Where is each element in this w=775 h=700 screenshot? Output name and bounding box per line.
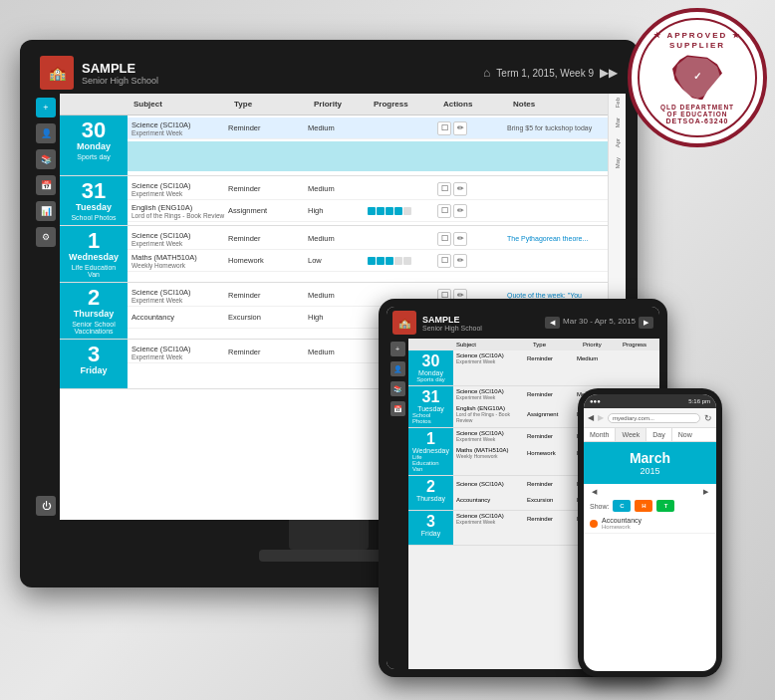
- action-check[interactable]: ☐: [437, 254, 451, 268]
- term-label: Term 1, 2015, Week 9: [496, 68, 594, 79]
- action-edit[interactable]: ✏: [453, 204, 467, 218]
- refresh-icon[interactable]: ↻: [704, 413, 712, 423]
- tablet-task-type: Assignment: [527, 411, 577, 417]
- tablet-col-type: Type: [530, 341, 580, 349]
- tablet-col-date: [408, 341, 453, 349]
- day-1-name: Wednesday: [69, 252, 119, 262]
- task-actions[interactable]: ☐ ✏: [437, 121, 507, 135]
- phone-cal-prev[interactable]: ◀: [592, 488, 597, 496]
- phone-tab-now[interactable]: Now: [672, 428, 698, 441]
- forward-icon[interactable]: ▶: [598, 413, 604, 422]
- task-actions[interactable]: ☐ ✏: [437, 182, 507, 196]
- stamp-line1: ★ APPROVED ★SUPPLIER: [653, 31, 740, 52]
- sidebar-icon-settings[interactable]: ⚙: [36, 227, 56, 247]
- tablet-sidebar: + 👤 📚 📅: [387, 339, 408, 669]
- phone-show-c[interactable]: C: [613, 500, 631, 512]
- tablet-nav-prev[interactable]: ◀: [545, 317, 560, 329]
- phone-show-h[interactable]: H: [635, 500, 652, 512]
- sidebar-icon-calendar[interactable]: 📅: [36, 175, 56, 195]
- day-cell-monday: 30 Monday Sports day: [60, 116, 128, 175]
- sidebar-icon-chart[interactable]: 📊: [36, 201, 56, 221]
- school-info: SAMPLE Senior High School: [82, 61, 475, 86]
- sidebar-icon-power[interactable]: ⏻: [36, 496, 56, 516]
- task-actions[interactable]: ☐ ✏: [437, 204, 507, 218]
- task-type: Reminder: [228, 123, 308, 132]
- phone-tab-day[interactable]: Day: [646, 428, 671, 441]
- tablet-task-priority: Medium: [577, 355, 617, 361]
- action-check[interactable]: ☐: [437, 121, 451, 135]
- phone-url[interactable]: myediary.com...: [608, 413, 700, 423]
- month-may[interactable]: May: [615, 157, 621, 168]
- phone: ●●● 5:16 pm ◀ ▶ myediary.com... ↻ Month …: [578, 388, 722, 677]
- day-30-number: 30: [82, 119, 106, 141]
- stamp-code: DETSOA-63240: [666, 117, 729, 124]
- tablet-day-cell-2: 2 Thursday: [408, 476, 453, 510]
- action-edit[interactable]: ✏: [453, 254, 467, 268]
- phone-task-sub: Homework: [602, 524, 642, 530]
- day-31-name: Tuesday: [76, 202, 112, 212]
- task-actions[interactable]: ☐ ✏: [437, 232, 507, 246]
- action-edit[interactable]: ✏: [453, 182, 467, 196]
- day-3-number: 3: [88, 344, 100, 365]
- tablet-task-type: Reminder: [527, 391, 577, 397]
- phone-browser-bar: ◀ ▶ myediary.com... ↻: [584, 408, 716, 428]
- phone-screen: ●●● 5:16 pm ◀ ▶ myediary.com... ↻ Month …: [584, 394, 716, 671]
- action-check[interactable]: ☐: [437, 232, 451, 246]
- left-sidebar: + 👤 📚 📅 📊 ⚙ ⏻: [32, 94, 60, 520]
- action-edit[interactable]: ✏: [453, 232, 467, 246]
- monitor-base: [259, 550, 398, 562]
- action-check[interactable]: ☐: [437, 204, 451, 218]
- phone-calendar-header: March 2015: [584, 442, 716, 484]
- tablet-icon-add[interactable]: +: [390, 342, 405, 356]
- month-mar[interactable]: Mar: [615, 117, 621, 127]
- col-subject: Subject: [128, 98, 228, 111]
- tablet-school-name: SAMPLE: [422, 315, 482, 325]
- month-apr[interactable]: Apr: [615, 138, 621, 147]
- action-edit[interactable]: ✏: [453, 121, 467, 135]
- task-row: English (ENG10A) Lord of the Rings - Boo…: [128, 200, 608, 222]
- sidebar-icon-add[interactable]: +: [36, 98, 56, 117]
- school-name: SAMPLE: [82, 61, 475, 76]
- task-actions[interactable]: ☐ ✏: [437, 254, 507, 268]
- task-type: Reminder: [228, 291, 308, 300]
- phone-tab-month[interactable]: Month: [584, 428, 616, 441]
- phone-year: 2015: [592, 466, 708, 476]
- tablet-col-priority: Priority: [580, 341, 620, 349]
- phone-cal-nav: ◀ ▶: [584, 484, 716, 498]
- monitor-stand: [289, 520, 369, 550]
- phone-tab-week[interactable]: Week: [616, 428, 646, 441]
- task-progress: [368, 257, 437, 265]
- phone-month: March: [592, 450, 708, 466]
- task-type: Reminder: [228, 234, 308, 243]
- phone-signal: ●●●: [590, 398, 601, 404]
- nav-forward-icon[interactable]: ▶▶: [600, 66, 618, 80]
- month-feb[interactable]: Feb: [615, 98, 621, 108]
- tablet-icon-book[interactable]: 📚: [390, 381, 405, 396]
- tablet-icon-calendar[interactable]: 📅: [390, 401, 405, 416]
- tablet-nav-next[interactable]: ▶: [639, 317, 653, 329]
- sidebar-icon-person[interactable]: 👤: [36, 123, 56, 143]
- tablet-task-row: Science (SCI10A)Experiment Week Reminder…: [453, 350, 659, 367]
- phone-show-label: Show:: [590, 503, 609, 510]
- sidebar-icon-book[interactable]: 📚: [36, 149, 56, 169]
- task-subject: Science (SCI10A) Experiment Week: [131, 231, 228, 247]
- task-type: Homework: [228, 256, 308, 265]
- day-3-name: Friday: [80, 365, 107, 375]
- day-1-tasks: Science (SCI10A) Experiment Week Reminde…: [128, 226, 608, 282]
- task-row: Science (SCI10A) Experiment Week Reminde…: [128, 117, 608, 139]
- phone-task-label: Accountancy: [602, 517, 642, 524]
- phone-time: 5:16 pm: [688, 398, 710, 404]
- phone-cal-next[interactable]: ▶: [703, 488, 708, 496]
- svg-text:✓: ✓: [693, 71, 701, 82]
- home-icon[interactable]: ⌂: [483, 66, 490, 80]
- tablet-col-subject: Subject: [453, 341, 530, 349]
- back-icon[interactable]: ◀: [588, 413, 594, 422]
- tablet-icon-person[interactable]: 👤: [390, 361, 405, 376]
- task-progress: [368, 207, 437, 215]
- phone-nav-tabs: Month Week Day Now: [584, 428, 716, 442]
- task-row: Science (SCI10A) Experiment Week Reminde…: [128, 228, 608, 250]
- tablet-school-info: SAMPLE Senior High School: [422, 315, 482, 332]
- phone-show-t[interactable]: T: [656, 500, 674, 512]
- task-type: Reminder: [228, 184, 308, 193]
- action-check[interactable]: ☐: [437, 182, 451, 196]
